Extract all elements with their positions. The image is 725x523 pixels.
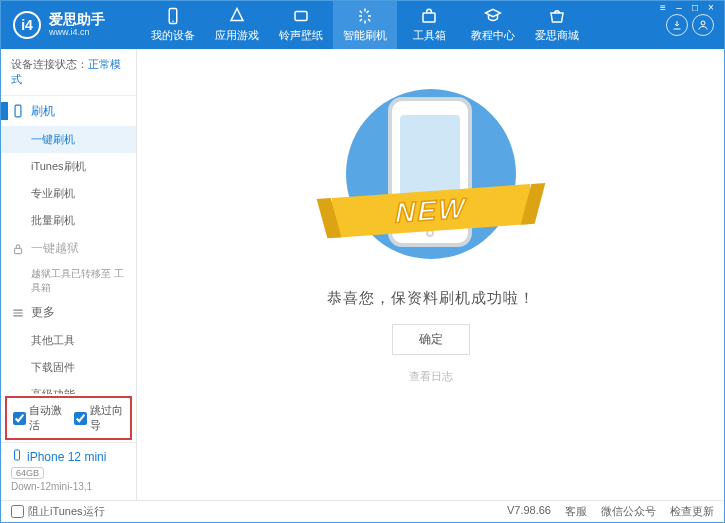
app-title: 爱思助手 — [49, 12, 105, 27]
lock-icon — [11, 242, 25, 256]
options-box: 自动激活 跳过向导 — [5, 396, 132, 440]
sidebar-item-other-tools[interactable]: 其他工具 — [1, 327, 136, 354]
sidebar: 设备连接状态：正常模式 刷机 一键刷机 iTunes刷机 专业刷机 批量刷机 一… — [1, 49, 137, 500]
window-controls: ≡ – □ × — [656, 2, 718, 12]
content-area: NEW 恭喜您，保资料刷机成功啦！ 确定 查看日志 — [137, 49, 724, 500]
connection-label: 设备连接状态： — [11, 58, 88, 70]
device-block[interactable]: iPhone 12 mini 64GB Down-12mini-13,1 — [1, 442, 136, 500]
svg-point-1 — [172, 21, 174, 23]
svg-rect-3 — [423, 13, 435, 22]
auto-activate-label: 自动激活 — [29, 403, 64, 433]
success-message: 恭喜您，保资料刷机成功啦！ — [327, 289, 535, 308]
svg-rect-2 — [295, 12, 307, 21]
section-flash[interactable]: 刷机 — [1, 96, 136, 126]
nav-label: 爱思商城 — [535, 28, 579, 43]
check-update-link[interactable]: 检查更新 — [670, 504, 714, 519]
sidebar-item-pro-flash[interactable]: 专业刷机 — [1, 180, 136, 207]
device-meta: Down-12mini-13,1 — [11, 481, 126, 492]
version-label: V7.98.66 — [507, 504, 551, 519]
ribbon-text: NEW — [395, 193, 466, 230]
device-name: iPhone 12 mini — [27, 450, 106, 464]
auto-activate-input[interactable] — [13, 412, 26, 425]
nav-label: 应用游戏 — [215, 28, 259, 43]
nav-store[interactable]: 爱思商城 — [525, 1, 589, 49]
nav-smart-flash[interactable]: 智能刷机 — [333, 1, 397, 49]
title-right — [666, 14, 724, 36]
logo-icon: i4 — [13, 11, 41, 39]
main-nav: 我的设备 应用游戏 铃声壁纸 智能刷机 工具箱 教程中心 — [141, 1, 666, 49]
store-icon — [548, 7, 566, 25]
logo: i4 爱思助手 www.i4.cn — [1, 11, 141, 39]
support-link[interactable]: 客服 — [565, 504, 587, 519]
nav-toolbox[interactable]: 工具箱 — [397, 1, 461, 49]
theme-button[interactable]: ≡ — [656, 2, 670, 12]
nav-label: 我的设备 — [151, 28, 195, 43]
skip-guide-checkbox[interactable]: 跳过向导 — [74, 403, 125, 433]
section-label: 更多 — [31, 304, 55, 321]
phone-icon — [11, 104, 25, 118]
sidebar-item-advanced[interactable]: 高级功能 — [1, 381, 136, 394]
nav-label: 教程中心 — [471, 28, 515, 43]
statusbar: 阻止iTunes运行 V7.98.66 客服 微信公众号 检查更新 — [1, 500, 724, 522]
apps-icon — [228, 7, 246, 25]
toolbox-icon — [420, 7, 438, 25]
jailbreak-note: 越狱工具已转移至 工具箱 — [1, 263, 136, 298]
section-label: 刷机 — [31, 103, 55, 120]
section-jailbreak[interactable]: 一键越狱 — [1, 234, 136, 263]
success-illustration: NEW — [336, 79, 526, 269]
profile-button[interactable] — [692, 14, 714, 36]
wechat-link[interactable]: 微信公众号 — [601, 504, 656, 519]
ringtone-icon — [292, 7, 310, 25]
nav-my-device[interactable]: 我的设备 — [141, 1, 205, 49]
download-button[interactable] — [666, 14, 688, 36]
svg-point-4 — [701, 21, 705, 25]
block-itunes-checkbox[interactable]: 阻止iTunes运行 — [11, 504, 105, 519]
more-icon — [11, 306, 25, 320]
connection-status: 设备连接状态：正常模式 — [1, 49, 136, 96]
sidebar-item-batch-flash[interactable]: 批量刷机 — [1, 207, 136, 234]
device-phone-icon — [11, 449, 23, 464]
view-log-link[interactable]: 查看日志 — [409, 369, 453, 384]
body: 设备连接状态：正常模式 刷机 一键刷机 iTunes刷机 专业刷机 批量刷机 一… — [1, 49, 724, 500]
device-storage: 64GB — [11, 467, 44, 479]
sidebar-item-oneclick-flash[interactable]: 一键刷机 — [1, 126, 136, 153]
sidebar-menu: 刷机 一键刷机 iTunes刷机 专业刷机 批量刷机 一键越狱 越狱工具已转移至… — [1, 96, 136, 394]
app-window: ≡ – □ × i4 爱思助手 www.i4.cn 我的设备 应用游戏 铃声壁纸 — [1, 1, 724, 522]
svg-rect-6 — [15, 248, 22, 253]
maximize-button[interactable]: □ — [688, 2, 702, 12]
auto-activate-checkbox[interactable]: 自动激活 — [13, 403, 64, 433]
ok-button[interactable]: 确定 — [392, 324, 470, 355]
tutorial-icon — [484, 7, 502, 25]
section-label: 一键越狱 — [31, 240, 79, 257]
flash-icon — [356, 7, 374, 25]
app-subtitle: www.i4.cn — [49, 28, 105, 38]
sidebar-item-download-firmware[interactable]: 下载固件 — [1, 354, 136, 381]
nav-tutorials[interactable]: 教程中心 — [461, 1, 525, 49]
device-icon — [164, 7, 182, 25]
nav-label: 智能刷机 — [343, 28, 387, 43]
nav-label: 工具箱 — [413, 28, 446, 43]
svg-rect-7 — [15, 450, 20, 460]
sidebar-item-itunes-flash[interactable]: iTunes刷机 — [1, 153, 136, 180]
close-button[interactable]: × — [704, 2, 718, 12]
section-more[interactable]: 更多 — [1, 298, 136, 327]
block-itunes-input[interactable] — [11, 505, 24, 518]
block-itunes-label: 阻止iTunes运行 — [28, 504, 105, 519]
svg-rect-5 — [15, 105, 21, 117]
nav-ringtone[interactable]: 铃声壁纸 — [269, 1, 333, 49]
titlebar: i4 爱思助手 www.i4.cn 我的设备 应用游戏 铃声壁纸 智能刷机 — [1, 1, 724, 49]
minimize-button[interactable]: – — [672, 2, 686, 12]
nav-apps[interactable]: 应用游戏 — [205, 1, 269, 49]
skip-guide-label: 跳过向导 — [90, 403, 125, 433]
skip-guide-input[interactable] — [74, 412, 87, 425]
nav-label: 铃声壁纸 — [279, 28, 323, 43]
